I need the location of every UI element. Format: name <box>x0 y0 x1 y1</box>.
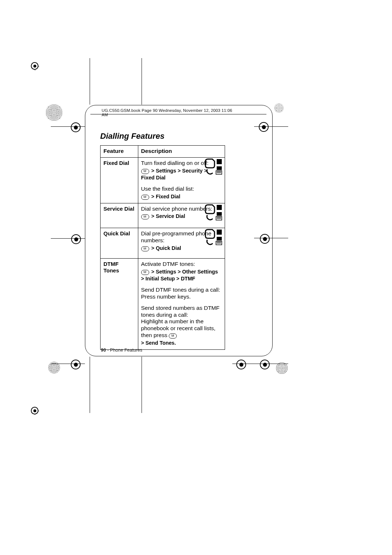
sim-network-icon <box>204 158 222 175</box>
reg-ring-icon <box>260 360 270 369</box>
menu-path: > Send Tones. <box>141 340 176 346</box>
feature-name: Quick Dial <box>101 228 138 259</box>
feature-name: Service Dial <box>101 203 138 228</box>
crop-line <box>51 364 85 364</box>
desc-text: Use the fixed dial list: <box>141 186 194 192</box>
desc-text: Activate DTMF tones: <box>141 261 195 267</box>
crop-line <box>232 364 288 364</box>
page-header-meta: UG.C550.GSM.book Page 90 Wednesday, Nove… <box>102 108 236 117</box>
reg-ring-icon <box>236 360 246 369</box>
svg-rect-13 <box>217 237 222 240</box>
menu-path: > Service Dial <box>151 213 185 219</box>
svg-rect-6 <box>217 205 222 210</box>
crop-line <box>51 238 85 239</box>
reg-ring-icon <box>71 122 81 132</box>
feature-name: DTMF Tones <box>101 259 138 350</box>
table-row: Quick Dial Dial pre-programmed phone num… <box>101 228 225 259</box>
sim-network-icon <box>204 229 222 245</box>
desc-text: Send stored numbers as DTMF tones during… <box>141 305 220 339</box>
menu-path: > Fixed Dial <box>151 194 180 199</box>
menu-path: > Quick Dial <box>151 245 181 251</box>
menu-path: > Settings > Security > Fixed Dial <box>141 168 207 181</box>
reg-hash-icon <box>45 104 63 121</box>
desc-text: Dial service phone numbers: <box>141 206 212 212</box>
sim-network-icon <box>204 204 222 220</box>
footer-section: - Phone Features <box>106 348 142 353</box>
features-table: Feature Description Fixed Dial Turn fixe… <box>100 145 225 350</box>
page-footer: 90 - Phone Features <box>101 348 142 353</box>
page-content: Dialling Features Feature Description Fi… <box>100 131 269 350</box>
crop-line <box>90 357 90 413</box>
desc-text: Turn fixed dialling on or off: <box>141 160 209 166</box>
feature-name: Fixed Dial <box>101 158 138 203</box>
menu-path: > Settings > Other Settings > Initial Se… <box>141 269 218 281</box>
menu-key-icon: M <box>141 169 149 174</box>
desc-text: Dial pre-programmed phone numbers: <box>141 230 212 243</box>
svg-rect-0 <box>217 159 222 164</box>
crop-line <box>90 58 90 105</box>
menu-key-icon: M <box>141 195 149 200</box>
svg-rect-7 <box>217 212 222 216</box>
menu-key-icon: M <box>141 214 149 219</box>
page-title: Dialling Features <box>100 131 269 141</box>
svg-rect-12 <box>217 230 222 235</box>
th-description: Description <box>138 146 225 158</box>
desc-text: Send DTMF tones during a call: Press num… <box>141 287 220 300</box>
reg-hash-icon <box>274 104 283 113</box>
menu-key-icon: M <box>169 333 177 339</box>
svg-rect-1 <box>217 166 222 170</box>
reg-ring-icon <box>71 234 81 244</box>
crop-line <box>142 357 142 413</box>
crop-line <box>51 126 85 127</box>
th-feature: Feature <box>101 146 138 158</box>
table-row: DTMF Tones Activate DTMF tones: M > Sett… <box>101 259 225 350</box>
menu-key-icon: M <box>141 270 149 275</box>
page-number: 90 <box>101 348 106 353</box>
reg-ring-icon <box>71 360 81 369</box>
crop-line <box>142 58 142 105</box>
header-divider <box>90 114 266 114</box>
table-row: Service Dial Dial service phone numbers:… <box>101 203 225 228</box>
table-row: Fixed Dial Turn fixed dialling on or off… <box>101 158 225 203</box>
menu-key-icon: M <box>141 246 149 251</box>
